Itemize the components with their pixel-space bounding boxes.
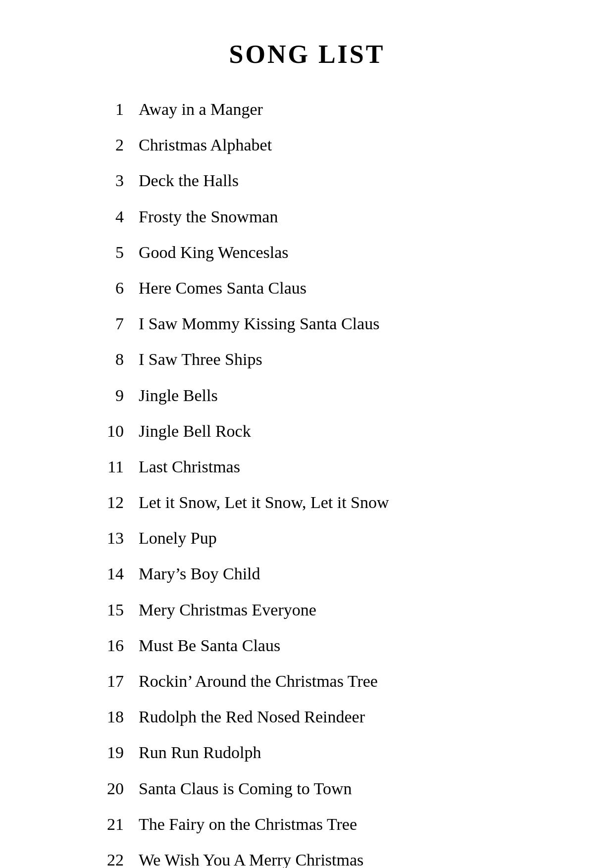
list-item: 1Away in a Manger: [84, 99, 530, 120]
song-number: 18: [84, 706, 124, 728]
song-number: 3: [84, 170, 124, 192]
song-number: 13: [84, 527, 124, 549]
song-number: 21: [84, 814, 124, 835]
song-number: 7: [84, 313, 124, 335]
song-title: Rockin’ Around the Christmas Tree: [139, 670, 378, 692]
list-item: 9 Jingle Bells: [84, 385, 530, 407]
song-title: Santa Claus is Coming to Town: [139, 778, 352, 800]
song-title: We Wish You A Merry Christmas: [139, 849, 363, 868]
song-number: 11: [84, 456, 124, 478]
song-title: Last Christmas: [139, 456, 240, 478]
list-item: 14Mary’s Boy Child: [84, 563, 530, 585]
list-item: 10Jingle Bell Rock: [84, 420, 530, 442]
list-item: 8I Saw Three Ships: [84, 349, 530, 370]
song-number: 22: [84, 849, 124, 868]
song-number: 1: [84, 99, 124, 120]
song-number: 9: [84, 385, 124, 407]
list-item: 6Here Comes Santa Claus: [84, 277, 530, 299]
song-title: Rudolph the Red Nosed Reindeer: [139, 706, 365, 728]
list-item: 19Run Run Rudolph: [84, 742, 530, 764]
song-title: Deck the Halls: [139, 170, 239, 192]
page-title: SONG LIST: [229, 40, 385, 69]
song-number: 5: [84, 242, 124, 263]
list-item: 17Rockin’ Around the Christmas Tree: [84, 670, 530, 692]
list-item: 3Deck the Halls: [84, 170, 530, 192]
song-title: Here Comes Santa Claus: [139, 277, 307, 299]
song-number: 17: [84, 670, 124, 692]
song-title: Must Be Santa Claus: [139, 635, 280, 657]
song-title: Christmas Alphabet: [139, 134, 272, 156]
list-item: 11Last Christmas: [84, 456, 530, 478]
list-item: 13Lonely Pup: [84, 527, 530, 549]
list-item: 12Let it Snow, Let it Snow, Let it Snow: [84, 492, 530, 513]
song-number: 10: [84, 420, 124, 442]
song-title: Mary’s Boy Child: [139, 563, 260, 585]
song-number: 16: [84, 635, 124, 657]
song-number: 15: [84, 599, 124, 621]
song-number: 14: [84, 563, 124, 585]
song-number: 20: [84, 778, 124, 800]
list-item: 2Christmas Alphabet: [84, 134, 530, 156]
list-item: 15Mery Christmas Everyone: [84, 599, 530, 621]
song-title: Run Run Rudolph: [139, 742, 261, 764]
song-title: Jingle Bells: [139, 385, 218, 407]
song-title: Away in a Manger: [139, 99, 263, 120]
list-item: 5Good King Wenceslas: [84, 242, 530, 263]
song-number: 8: [84, 349, 124, 370]
list-item: 7I Saw Mommy Kissing Santa Claus: [84, 313, 530, 335]
song-number: 6: [84, 277, 124, 299]
list-item: 4Frosty the Snowman: [84, 206, 530, 228]
song-title: Mery Christmas Everyone: [139, 599, 316, 621]
list-item: 18Rudolph the Red Nosed Reindeer: [84, 706, 530, 728]
song-title: Lonely Pup: [139, 527, 217, 549]
list-item: 20 Santa Claus is Coming to Town: [84, 778, 530, 800]
song-title: Good King Wenceslas: [139, 242, 289, 263]
list-item: 21The Fairy on the Christmas Tree: [84, 814, 530, 835]
list-item: 22We Wish You A Merry Christmas: [84, 849, 530, 868]
song-title: I Saw Mommy Kissing Santa Claus: [139, 313, 379, 335]
list-item: 16Must Be Santa Claus: [84, 635, 530, 657]
song-title: Frosty the Snowman: [139, 206, 278, 228]
song-number: 12: [84, 492, 124, 513]
song-title: The Fairy on the Christmas Tree: [139, 814, 357, 835]
song-list: 1Away in a Manger2Christmas Alphabet3Dec…: [84, 99, 530, 868]
song-number: 2: [84, 134, 124, 156]
song-title: Jingle Bell Rock: [139, 420, 251, 442]
song-title: I Saw Three Ships: [139, 349, 262, 370]
song-title: Let it Snow, Let it Snow, Let it Snow: [139, 492, 389, 513]
song-number: 4: [84, 206, 124, 228]
song-number: 19: [84, 742, 124, 764]
